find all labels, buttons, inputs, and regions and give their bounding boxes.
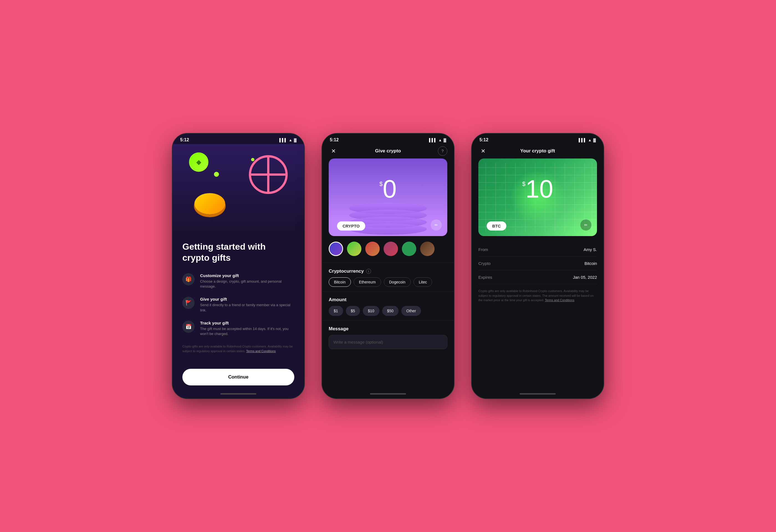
amount-5[interactable]: $5 <box>346 306 360 316</box>
message-section: Message Write a message (optional) <box>322 322 454 352</box>
customize-icon: 🎁 <box>182 273 195 285</box>
status-time-3: 5:12 <box>479 138 488 143</box>
help-button[interactable]: ? <box>438 146 447 156</box>
crypto-info-icon[interactable]: i <box>366 269 371 274</box>
nav-bar-3: ✕ Your crypto gift <box>472 144 604 159</box>
status-bar-3: 5:12 ▌▌▌ ▲ ▓ <box>472 134 604 144</box>
home-indicator-1 <box>220 393 256 394</box>
gift-edit-button[interactable]: ✏ <box>580 220 591 231</box>
theme-dot-4[interactable] <box>384 242 398 256</box>
gift-amount-num: 10 <box>526 177 553 202</box>
home-indicator-2 <box>370 393 406 394</box>
info-row-expires: Expires Jan 05, 2022 <box>478 270 597 284</box>
gift-amount: $ 10 <box>522 177 553 202</box>
theme-dot-5[interactable] <box>402 242 416 256</box>
battery-icon-3: ▓ <box>593 138 596 142</box>
amount-label: Amount <box>329 297 447 303</box>
status-time-2: 5:12 <box>330 138 339 143</box>
phone-give-crypto: 5:12 ▌▌▌ ▲ ▓ ✕ Give crypto ? $ <box>322 133 454 399</box>
yellow-coin <box>192 193 227 215</box>
theme-dot-2[interactable] <box>347 242 361 256</box>
nav-title-3: Your crypto gift <box>520 148 555 154</box>
card-amount: $ 0 <box>379 177 397 202</box>
status-bar-1: 5:12 ▌▌▌ ▲ ▓ <box>172 134 304 144</box>
signal-icon-2: ▌▌▌ <box>429 138 437 142</box>
terms-link-1[interactable]: Terms and Conditions <box>246 349 275 353</box>
battery-icon: ▓ <box>294 138 297 142</box>
chip-litecoin[interactable]: Litec <box>413 277 432 287</box>
signal-icon: ▌▌▌ <box>279 138 287 142</box>
theme-dot-1[interactable] <box>329 242 343 256</box>
feature-track-text: Track your gift The gift must be accepte… <box>200 321 294 336</box>
continue-button[interactable]: Continue <box>182 369 294 385</box>
from-value: Amy S. <box>584 247 597 252</box>
home-indicator-3 <box>520 393 556 394</box>
crypto-card: $ 0 CRYPTO ✏ <box>329 159 447 236</box>
theme-dot-3[interactable] <box>365 242 380 256</box>
gift-disclaimer: Crypto gifts are only available to Robin… <box>472 284 604 307</box>
expires-label: Expires <box>478 275 492 280</box>
hero-illustration <box>172 144 304 233</box>
amount-chips-row: $1 $5 $10 $50 Other <box>329 306 447 316</box>
amount-50[interactable]: $50 <box>382 306 399 316</box>
feature-customize: 🎁 Customize your gift Choose a design, c… <box>182 273 294 289</box>
card-amount-num: 0 <box>383 177 397 202</box>
info-row-from: From Amy S. <box>478 243 597 257</box>
amount-1[interactable]: $1 <box>329 306 343 316</box>
status-time-1: 5:12 <box>180 138 189 143</box>
card-edit-button[interactable]: ✏ <box>431 220 442 231</box>
theme-dots <box>322 242 454 262</box>
phone1-disclaimer: Crypto gifts are only available to Robin… <box>182 344 294 353</box>
crypto-label: Cryptocurrency i <box>329 268 447 274</box>
feature-give: 🚩 Give your gift Send it directly to a f… <box>182 297 294 312</box>
chip-ethereum[interactable]: Ethereum <box>354 277 381 287</box>
theme-dot-6[interactable] <box>420 242 434 256</box>
give-desc: Send it directly to a friend or family m… <box>200 303 294 312</box>
divider-3 <box>322 320 454 321</box>
status-icons-3: ▌▌▌ ▲ ▓ <box>579 138 596 142</box>
gift-label: BTC <box>487 221 506 231</box>
info-row-crypto: Crypto Bitcoin <box>478 257 597 270</box>
amount-10[interactable]: $10 <box>363 306 379 316</box>
feature-give-text: Give your gift Send it directly to a fri… <box>200 297 294 312</box>
close-button-3[interactable]: ✕ <box>478 146 488 156</box>
crypto-value: Bitcoin <box>584 261 597 266</box>
status-bar-2: 5:12 ▌▌▌ ▲ ▓ <box>322 134 454 144</box>
track-title: Track your gift <box>200 321 294 325</box>
green-coin <box>189 153 208 172</box>
card-dollar: $ <box>379 180 383 188</box>
crypto-label-row: Crypto <box>478 261 491 266</box>
hero-dot-2 <box>251 158 254 161</box>
close-button-2[interactable]: ✕ <box>329 146 338 156</box>
getting-started-title: Getting started with crypto gifts <box>182 241 294 263</box>
crypto-chips: Bitcoin Ethereum Dogecoin Litec <box>329 277 447 287</box>
nav-bar-2: ✕ Give crypto ? <box>322 144 454 159</box>
status-icons-1: ▌▌▌ ▲ ▓ <box>279 138 297 142</box>
status-icons-2: ▌▌▌ ▲ ▓ <box>429 138 446 142</box>
info-table: From Amy S. Crypto Bitcoin Expires Jan 0… <box>472 243 604 284</box>
card-label: CRYPTO <box>337 221 365 231</box>
message-input[interactable]: Write a message (optional) <box>329 335 447 349</box>
feature-track: 📅 Track your gift The gift must be accep… <box>182 321 294 336</box>
customize-title: Customize your gift <box>200 273 294 278</box>
phones-container: 5:12 ▌▌▌ ▲ ▓ Getting started with crypto… <box>172 133 604 399</box>
track-desc: The gift must be accepted within 14 days… <box>200 326 294 336</box>
track-icon: 📅 <box>182 321 195 333</box>
wifi-icon-2: ▲ <box>438 138 442 142</box>
phone-crypto-gift: 5:12 ▌▌▌ ▲ ▓ ✕ Your crypto gift <box>471 133 604 399</box>
give-icon: 🚩 <box>182 297 195 309</box>
chip-bitcoin[interactable]: Bitcoin <box>329 277 351 287</box>
hero-dot-1 <box>214 172 219 177</box>
chip-dogecoin[interactable]: Dogecoin <box>384 277 411 287</box>
terms-link-3[interactable]: Terms and Conditions <box>545 298 574 302</box>
amount-other[interactable]: Other <box>401 306 421 316</box>
gift-card: $ 10 BTC ✏ <box>478 159 597 236</box>
battery-icon-2: ▓ <box>444 138 446 142</box>
divider-1 <box>322 263 454 263</box>
phone1-content: Getting started with crypto gifts 🎁 Cust… <box>172 233 304 363</box>
phone-getting-started: 5:12 ▌▌▌ ▲ ▓ Getting started with crypto… <box>172 133 305 399</box>
nav-title-2: Give crypto <box>375 148 401 154</box>
signal-icon-3: ▌▌▌ <box>579 138 586 142</box>
pink-coin <box>249 155 288 194</box>
amount-section: Amount $1 $5 $10 $50 Other <box>322 293 454 316</box>
